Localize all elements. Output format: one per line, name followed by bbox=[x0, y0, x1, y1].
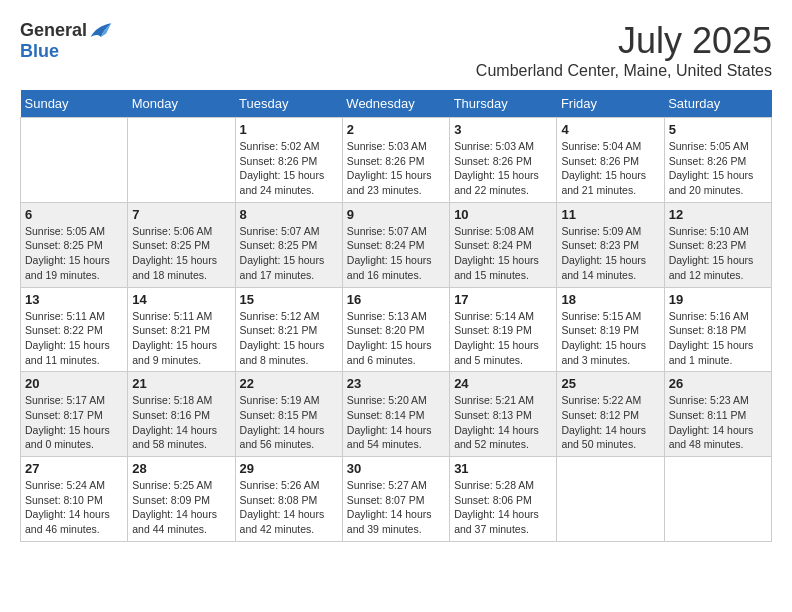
calendar-day-cell: 27Sunrise: 5:24 AM Sunset: 8:10 PM Dayli… bbox=[21, 457, 128, 542]
calendar-day-header: Thursday bbox=[450, 90, 557, 118]
day-number: 30 bbox=[347, 461, 445, 476]
day-number: 2 bbox=[347, 122, 445, 137]
day-number: 12 bbox=[669, 207, 767, 222]
calendar-day-cell: 3Sunrise: 5:03 AM Sunset: 8:26 PM Daylig… bbox=[450, 118, 557, 203]
day-detail: Sunrise: 5:03 AM Sunset: 8:26 PM Dayligh… bbox=[347, 139, 445, 198]
title-section: July 2025 Cumberland Center, Maine, Unit… bbox=[476, 20, 772, 80]
calendar-day-cell: 8Sunrise: 5:07 AM Sunset: 8:25 PM Daylig… bbox=[235, 202, 342, 287]
logo-blue-text: Blue bbox=[20, 41, 59, 62]
calendar-day-cell: 1Sunrise: 5:02 AM Sunset: 8:26 PM Daylig… bbox=[235, 118, 342, 203]
calendar-day-header: Sunday bbox=[21, 90, 128, 118]
day-number: 9 bbox=[347, 207, 445, 222]
day-detail: Sunrise: 5:11 AM Sunset: 8:21 PM Dayligh… bbox=[132, 309, 230, 368]
day-detail: Sunrise: 5:06 AM Sunset: 8:25 PM Dayligh… bbox=[132, 224, 230, 283]
day-number: 4 bbox=[561, 122, 659, 137]
calendar-day-cell bbox=[128, 118, 235, 203]
calendar-day-cell: 11Sunrise: 5:09 AM Sunset: 8:23 PM Dayli… bbox=[557, 202, 664, 287]
calendar-day-cell: 26Sunrise: 5:23 AM Sunset: 8:11 PM Dayli… bbox=[664, 372, 771, 457]
day-detail: Sunrise: 5:24 AM Sunset: 8:10 PM Dayligh… bbox=[25, 478, 123, 537]
day-detail: Sunrise: 5:14 AM Sunset: 8:19 PM Dayligh… bbox=[454, 309, 552, 368]
day-number: 13 bbox=[25, 292, 123, 307]
calendar-day-cell: 16Sunrise: 5:13 AM Sunset: 8:20 PM Dayli… bbox=[342, 287, 449, 372]
calendar-day-cell: 13Sunrise: 5:11 AM Sunset: 8:22 PM Dayli… bbox=[21, 287, 128, 372]
calendar-week-row: 27Sunrise: 5:24 AM Sunset: 8:10 PM Dayli… bbox=[21, 457, 772, 542]
calendar-day-cell: 19Sunrise: 5:16 AM Sunset: 8:18 PM Dayli… bbox=[664, 287, 771, 372]
day-number: 20 bbox=[25, 376, 123, 391]
day-detail: Sunrise: 5:07 AM Sunset: 8:24 PM Dayligh… bbox=[347, 224, 445, 283]
calendar-table: SundayMondayTuesdayWednesdayThursdayFrid… bbox=[20, 90, 772, 542]
logo: General Blue bbox=[20, 20, 113, 62]
calendar-day-cell bbox=[21, 118, 128, 203]
calendar-week-row: 6Sunrise: 5:05 AM Sunset: 8:25 PM Daylig… bbox=[21, 202, 772, 287]
day-detail: Sunrise: 5:27 AM Sunset: 8:07 PM Dayligh… bbox=[347, 478, 445, 537]
day-number: 11 bbox=[561, 207, 659, 222]
day-number: 15 bbox=[240, 292, 338, 307]
calendar-day-cell: 2Sunrise: 5:03 AM Sunset: 8:26 PM Daylig… bbox=[342, 118, 449, 203]
day-detail: Sunrise: 5:16 AM Sunset: 8:18 PM Dayligh… bbox=[669, 309, 767, 368]
calendar-day-cell: 17Sunrise: 5:14 AM Sunset: 8:19 PM Dayli… bbox=[450, 287, 557, 372]
calendar-day-cell: 25Sunrise: 5:22 AM Sunset: 8:12 PM Dayli… bbox=[557, 372, 664, 457]
calendar-day-cell: 14Sunrise: 5:11 AM Sunset: 8:21 PM Dayli… bbox=[128, 287, 235, 372]
day-detail: Sunrise: 5:09 AM Sunset: 8:23 PM Dayligh… bbox=[561, 224, 659, 283]
day-number: 19 bbox=[669, 292, 767, 307]
calendar-day-cell: 31Sunrise: 5:28 AM Sunset: 8:06 PM Dayli… bbox=[450, 457, 557, 542]
day-number: 10 bbox=[454, 207, 552, 222]
day-detail: Sunrise: 5:07 AM Sunset: 8:25 PM Dayligh… bbox=[240, 224, 338, 283]
day-number: 23 bbox=[347, 376, 445, 391]
calendar-day-cell: 7Sunrise: 5:06 AM Sunset: 8:25 PM Daylig… bbox=[128, 202, 235, 287]
calendar-day-cell: 4Sunrise: 5:04 AM Sunset: 8:26 PM Daylig… bbox=[557, 118, 664, 203]
day-number: 17 bbox=[454, 292, 552, 307]
day-detail: Sunrise: 5:12 AM Sunset: 8:21 PM Dayligh… bbox=[240, 309, 338, 368]
logo-bird-icon bbox=[89, 21, 113, 41]
calendar-day-cell bbox=[557, 457, 664, 542]
day-detail: Sunrise: 5:02 AM Sunset: 8:26 PM Dayligh… bbox=[240, 139, 338, 198]
calendar-day-cell: 15Sunrise: 5:12 AM Sunset: 8:21 PM Dayli… bbox=[235, 287, 342, 372]
day-detail: Sunrise: 5:25 AM Sunset: 8:09 PM Dayligh… bbox=[132, 478, 230, 537]
calendar-day-header: Tuesday bbox=[235, 90, 342, 118]
day-number: 18 bbox=[561, 292, 659, 307]
calendar-day-cell: 30Sunrise: 5:27 AM Sunset: 8:07 PM Dayli… bbox=[342, 457, 449, 542]
day-detail: Sunrise: 5:03 AM Sunset: 8:26 PM Dayligh… bbox=[454, 139, 552, 198]
day-detail: Sunrise: 5:21 AM Sunset: 8:13 PM Dayligh… bbox=[454, 393, 552, 452]
day-number: 8 bbox=[240, 207, 338, 222]
day-number: 7 bbox=[132, 207, 230, 222]
day-detail: Sunrise: 5:17 AM Sunset: 8:17 PM Dayligh… bbox=[25, 393, 123, 452]
day-detail: Sunrise: 5:18 AM Sunset: 8:16 PM Dayligh… bbox=[132, 393, 230, 452]
calendar-week-row: 13Sunrise: 5:11 AM Sunset: 8:22 PM Dayli… bbox=[21, 287, 772, 372]
day-detail: Sunrise: 5:26 AM Sunset: 8:08 PM Dayligh… bbox=[240, 478, 338, 537]
day-detail: Sunrise: 5:13 AM Sunset: 8:20 PM Dayligh… bbox=[347, 309, 445, 368]
day-number: 31 bbox=[454, 461, 552, 476]
calendar-day-cell: 12Sunrise: 5:10 AM Sunset: 8:23 PM Dayli… bbox=[664, 202, 771, 287]
day-detail: Sunrise: 5:19 AM Sunset: 8:15 PM Dayligh… bbox=[240, 393, 338, 452]
location-title: Cumberland Center, Maine, United States bbox=[476, 62, 772, 80]
calendar-week-row: 20Sunrise: 5:17 AM Sunset: 8:17 PM Dayli… bbox=[21, 372, 772, 457]
calendar-day-cell: 6Sunrise: 5:05 AM Sunset: 8:25 PM Daylig… bbox=[21, 202, 128, 287]
calendar-day-cell: 20Sunrise: 5:17 AM Sunset: 8:17 PM Dayli… bbox=[21, 372, 128, 457]
calendar-day-cell: 18Sunrise: 5:15 AM Sunset: 8:19 PM Dayli… bbox=[557, 287, 664, 372]
calendar-day-cell: 24Sunrise: 5:21 AM Sunset: 8:13 PM Dayli… bbox=[450, 372, 557, 457]
day-number: 28 bbox=[132, 461, 230, 476]
day-detail: Sunrise: 5:11 AM Sunset: 8:22 PM Dayligh… bbox=[25, 309, 123, 368]
day-number: 16 bbox=[347, 292, 445, 307]
calendar-day-cell: 22Sunrise: 5:19 AM Sunset: 8:15 PM Dayli… bbox=[235, 372, 342, 457]
calendar-day-cell: 21Sunrise: 5:18 AM Sunset: 8:16 PM Dayli… bbox=[128, 372, 235, 457]
calendar-day-cell bbox=[664, 457, 771, 542]
calendar-week-row: 1Sunrise: 5:02 AM Sunset: 8:26 PM Daylig… bbox=[21, 118, 772, 203]
day-detail: Sunrise: 5:10 AM Sunset: 8:23 PM Dayligh… bbox=[669, 224, 767, 283]
day-number: 22 bbox=[240, 376, 338, 391]
day-number: 21 bbox=[132, 376, 230, 391]
calendar-day-cell: 28Sunrise: 5:25 AM Sunset: 8:09 PM Dayli… bbox=[128, 457, 235, 542]
day-detail: Sunrise: 5:22 AM Sunset: 8:12 PM Dayligh… bbox=[561, 393, 659, 452]
calendar-day-header: Saturday bbox=[664, 90, 771, 118]
month-title: July 2025 bbox=[476, 20, 772, 62]
calendar-day-cell: 23Sunrise: 5:20 AM Sunset: 8:14 PM Dayli… bbox=[342, 372, 449, 457]
calendar-day-header: Friday bbox=[557, 90, 664, 118]
day-detail: Sunrise: 5:05 AM Sunset: 8:26 PM Dayligh… bbox=[669, 139, 767, 198]
calendar-header-row: SundayMondayTuesdayWednesdayThursdayFrid… bbox=[21, 90, 772, 118]
day-number: 6 bbox=[25, 207, 123, 222]
page-header: General Blue July 2025 Cumberland Center… bbox=[20, 20, 772, 80]
day-number: 5 bbox=[669, 122, 767, 137]
calendar-day-cell: 9Sunrise: 5:07 AM Sunset: 8:24 PM Daylig… bbox=[342, 202, 449, 287]
day-detail: Sunrise: 5:05 AM Sunset: 8:25 PM Dayligh… bbox=[25, 224, 123, 283]
day-detail: Sunrise: 5:04 AM Sunset: 8:26 PM Dayligh… bbox=[561, 139, 659, 198]
